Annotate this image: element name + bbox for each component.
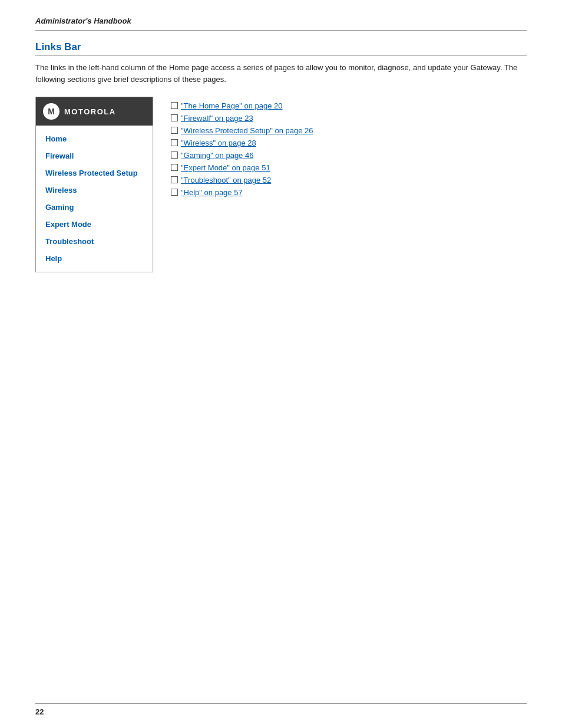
link-item: "The Home Page" on page 20	[171, 101, 527, 110]
link-checkbox-icon	[171, 139, 178, 146]
link-item: "Troubleshoot" on page 52	[171, 176, 527, 185]
link-anchor[interactable]: "Wireless Protected Setup" on page 26	[181, 126, 313, 135]
link-checkbox-icon	[171, 114, 178, 121]
link-item: "Expert Mode" on page 51	[171, 163, 527, 172]
motorola-logo-icon: M	[43, 103, 59, 120]
link-checkbox-icon	[171, 189, 178, 196]
nav-panel-header: M MOTOROLA	[36, 97, 153, 126]
link-checkbox-icon	[171, 102, 178, 109]
handbook-title: Administrator's Handbook	[35, 17, 131, 25]
link-anchor[interactable]: "Firewall" on page 23	[181, 114, 253, 123]
nav-item[interactable]: Troubleshoot	[36, 233, 153, 250]
section-title: Links Bar	[35, 41, 527, 56]
motorola-logo-text: MOTOROLA	[64, 107, 116, 116]
link-item: "Gaming" on page 46	[171, 151, 527, 160]
link-checkbox-icon	[171, 127, 178, 134]
link-checkbox-icon	[171, 151, 178, 159]
section-description: The links in the left-hand column of the…	[35, 62, 527, 85]
link-item: "Help" on page 57	[171, 188, 527, 197]
link-anchor[interactable]: "Help" on page 57	[181, 188, 243, 197]
link-anchor[interactable]: "Wireless" on page 28	[181, 139, 256, 147]
links-list: "The Home Page" on page 20"Firewall" on …	[171, 97, 527, 200]
page-number: 22	[35, 707, 44, 716]
link-item: "Wireless Protected Setup" on page 26	[171, 126, 527, 135]
page-footer: 22	[35, 703, 527, 716]
nav-item[interactable]: Home	[36, 130, 153, 147]
link-item: "Wireless" on page 28	[171, 139, 527, 147]
nav-item[interactable]: Expert Mode	[36, 216, 153, 233]
link-checkbox-icon	[171, 176, 178, 183]
top-header: Administrator's Handbook	[35, 11, 527, 31]
nav-item[interactable]: Gaming	[36, 199, 153, 216]
link-anchor[interactable]: "The Home Page" on page 20	[181, 101, 283, 110]
nav-item[interactable]: Firewall	[36, 147, 153, 164]
nav-panel-items: HomeFirewallWireless Protected SetupWire…	[36, 126, 153, 272]
link-anchor[interactable]: "Troubleshoot" on page 52	[181, 176, 271, 185]
link-anchor[interactable]: "Expert Mode" on page 51	[181, 163, 270, 172]
nav-item[interactable]: Wireless	[36, 182, 153, 199]
nav-panel: M MOTOROLA HomeFirewallWireless Protecte…	[35, 97, 153, 272]
page-container: Administrator's Handbook Links Bar The l…	[0, 0, 562, 296]
content-area: M MOTOROLA HomeFirewallWireless Protecte…	[35, 97, 527, 272]
link-checkbox-icon	[171, 164, 178, 171]
link-item: "Firewall" on page 23	[171, 114, 527, 123]
nav-item[interactable]: Help	[36, 250, 153, 267]
nav-item[interactable]: Wireless Protected Setup	[36, 164, 153, 182]
link-anchor[interactable]: "Gaming" on page 46	[181, 151, 253, 160]
